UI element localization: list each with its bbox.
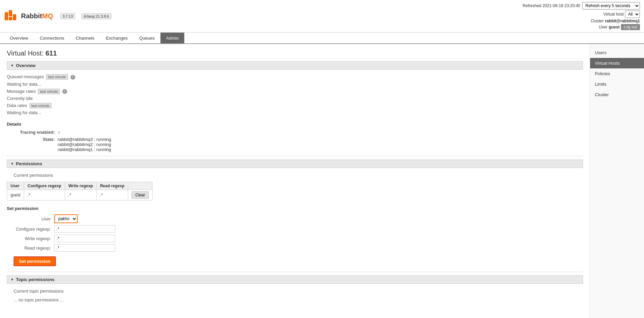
message-rates-badge: last minute [38,89,60,94]
table-row: guest .* .* .* Clear [7,190,153,200]
overview-section-header[interactable]: ▼ Overview [7,61,583,70]
nav-queues[interactable]: Queues [134,33,161,43]
waiting-data-1: Waiting for data... [7,81,583,88]
page-title-prefix: Virtual Host: [7,49,44,57]
state-row: State: rabbit@rabbitmq3 : running rabbit… [7,136,583,153]
tracing-row: Tracing enabled: ○ [7,129,583,136]
rabbitmq-logo-icon [4,9,18,23]
overview-section-body: Queued messages last minute ? Waiting fo… [7,73,583,116]
topic-permissions-arrow-icon: ▼ [11,278,14,281]
page-title: Virtual Host: 611 [7,49,583,57]
cluster-label: Cluster [591,19,604,23]
sidebar-item-virtual-hosts[interactable]: Virtual Hosts [590,58,644,68]
topic-permissions-section-body: Current topic permissions ... no topic p… [7,287,583,303]
header-right: Refreshed 2021-06-16 23:20:40 Refresh ev… [523,2,640,30]
state-values: rabbit@rabbitmq3 : running rabbit@rabbit… [58,137,111,152]
version-badge: 3.7.13 [60,13,76,19]
virtual-host-label: Virtual host [603,12,624,17]
sidebar: Users Virtual Hosts Policies Limits Clus… [590,44,644,318]
logout-button[interactable]: Log out [621,24,640,30]
erlang-badge: Erlang 21.3.8.6 [81,13,112,19]
nav-overview[interactable]: Overview [4,33,34,43]
nav-channels[interactable]: Channels [70,33,100,43]
nav-admin[interactable]: Admin [160,33,184,43]
message-rates-help-icon[interactable]: ? [62,89,67,94]
details-divider [7,156,583,156]
virtual-host-select[interactable]: All / [625,10,640,18]
current-permissions-label: Current permissions [7,171,583,179]
content: Virtual Host: 611 ▼ Overview Queued mess… [0,44,590,318]
clear-button[interactable]: Clear [132,191,149,199]
svg-rect-0 [5,12,8,20]
permissions-table: User Configure regexp Write regexp Read … [7,182,153,200]
permissions-section-header[interactable]: ▼ Permissions [7,160,583,168]
user-value: guest [609,25,620,29]
set-permission-title: Set permission [7,206,583,211]
svg-rect-2 [13,14,16,20]
read-regexp-row: Read regexp: [7,244,583,252]
state-value-2: rabbit@rabbitmq2 : running [58,142,111,147]
main: Virtual Host: 611 ▼ Overview Queued mess… [0,44,644,318]
nav: Overview Connections Channels Exchanges … [0,33,644,44]
sidebar-item-users[interactable]: Users [590,47,644,58]
svg-rect-1 [9,10,12,16]
col-user: User [7,182,24,190]
perm-configure: .* [24,190,65,200]
data-rates-line: Data rates last minute [7,102,583,109]
col-configure: Configure regexp [24,182,65,190]
user-select-wrapper: pakho guest admin [54,214,78,223]
permissions-section-title: Permissions [16,161,42,166]
tracing-key: Tracing enabled: [14,130,58,135]
details-title: Details [7,122,583,127]
col-action [128,182,153,190]
read-regexp-input[interactable] [54,244,115,252]
cluster-value: rabbit@rabbitmq1 [605,19,640,23]
perm-read: .* [97,190,128,200]
page-title-value: 611 [45,49,57,57]
configure-regexp-label: Configure regexp: [7,227,54,232]
no-topic-permissions: ... no topic permissions ... [7,296,583,303]
refreshed-text: Refreshed 2021-06-16 23:20:40 [523,3,580,8]
write-regexp-label: Write regexp: [7,236,54,241]
sidebar-item-policies[interactable]: Policies [590,68,644,79]
topic-permissions-section-header[interactable]: ▼ Topic permissions [7,275,583,284]
write-regexp-input[interactable] [54,235,115,242]
col-write: Write regexp [65,182,96,190]
user-select[interactable]: pakho guest admin [55,215,77,222]
user-label: User [599,25,607,29]
data-rates-badge: last minute [29,103,52,108]
sidebar-item-cluster[interactable]: Cluster [590,89,644,100]
read-regexp-label: Read regexp: [7,246,54,251]
user-row: User guest Log out [523,24,640,30]
set-permission-button[interactable]: Set permission [14,256,56,266]
message-rates-line: Message rates last minute ? [7,88,583,95]
queued-messages-help-icon[interactable]: ? [71,75,75,80]
nav-exchanges[interactable]: Exchanges [100,33,133,43]
queued-messages-label: Queued messages [7,74,44,79]
message-rates-label: Message rates [7,89,36,94]
data-rates-label: Data rates [7,103,27,108]
waiting-data-2: Waiting for data... [7,109,583,116]
state-value-1: rabbit@rabbitmq3 : running [58,137,111,142]
state-key: State: [14,137,58,152]
header: RabbitMQ. 3.7.13 Erlang 21.3.8.6 Refresh… [0,0,644,33]
user-form-row: User pakho guest admin [7,214,583,223]
perm-action: Clear [128,190,153,200]
permissions-divider [7,272,583,272]
nav-connections[interactable]: Connections [34,33,70,43]
user-field-label: User [7,216,54,221]
permissions-arrow-icon: ▼ [11,162,14,166]
queued-messages-line: Queued messages last minute ? [7,73,583,81]
cluster-row: Cluster rabbit@rabbitmq1 [523,19,640,23]
overview-arrow-icon: ▼ [11,64,14,67]
col-read: Read regexp [97,182,128,190]
configure-regexp-input[interactable] [54,225,115,233]
svg-rect-3 [9,17,12,20]
refresh-interval-select[interactable]: Refresh every 5 seconds Refresh every 10… [582,2,640,9]
topic-permissions-section-title: Topic permissions [16,277,55,282]
sidebar-item-limits[interactable]: Limits [590,79,644,89]
logo-text: RabbitMQ. [21,12,54,20]
currently-idle: Currently idle [7,95,583,102]
set-permission-btn-row: Set permission [7,254,583,266]
perm-write: .* [65,190,96,200]
